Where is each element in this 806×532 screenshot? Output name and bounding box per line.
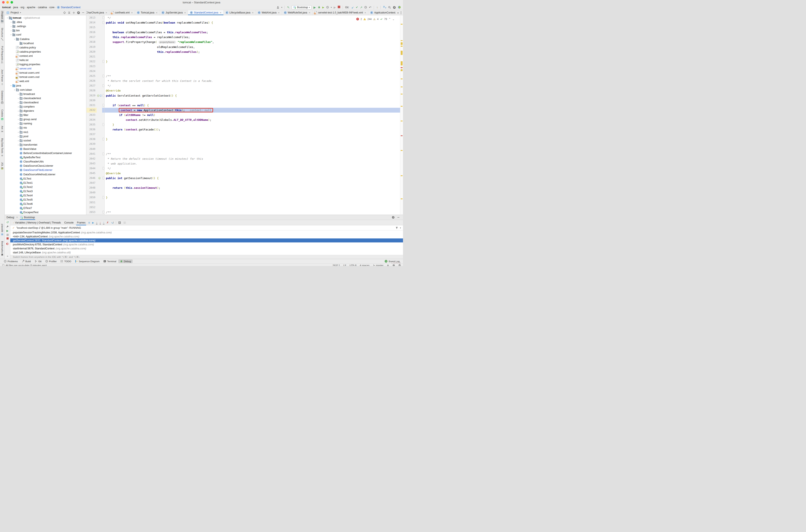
code-line-2615[interactable]: 2615 [87, 25, 403, 30]
code-text[interactable]: context = new ApplicationContext(this); … [105, 108, 403, 113]
tree-item-DataSourceMethodListener[interactable]: CDataSourceMethodListener [5, 172, 86, 176]
line-number[interactable]: 2650 [87, 195, 97, 200]
line-number[interactable]: 2634 [87, 117, 97, 122]
tree-item-.settings[interactable]: ›.settings [5, 24, 86, 28]
breadcrumb-item-apache[interactable]: apache [27, 6, 35, 9]
tree-item-ClassReaderUtils[interactable]: CClassReaderUtils [5, 159, 86, 164]
code-line-2617[interactable]: 2617 this.replaceWelcomeFiles = replaceW… [87, 35, 403, 40]
debug-bug-icon[interactable] [318, 6, 320, 8]
toolwindow-button-TODO[interactable]: TODO [59, 260, 73, 263]
frame-row[interactable]: start:148, LifecycleBase(org.apache.cata… [10, 250, 403, 254]
drop-frame-icon[interactable]: ✗ [107, 221, 109, 224]
git-branch-widget[interactable]: master [373, 264, 383, 266]
tree-arrow-icon[interactable]: › [17, 97, 20, 99]
code-text[interactable] [105, 25, 403, 30]
caret-position[interactable]: 2632:1 [333, 264, 340, 266]
fold-marker-icon[interactable] [102, 84, 104, 87]
tab-WebRuleSet.java[interactable]: CWebRuleSet.java✕ [282, 10, 313, 15]
show-execution-point-icon[interactable]: ▶ [92, 221, 94, 224]
code-text[interactable]: public int getSessionTimeout() { [105, 176, 403, 180]
tree-item-ELTest6[interactable]: C▶ELTest6 [5, 202, 86, 206]
tree-item-catalina.policy[interactable]: catalina.policy [5, 45, 86, 50]
line-number[interactable]: 2617 [87, 35, 97, 40]
locate-icon[interactable] [63, 11, 66, 14]
code-text[interactable] [105, 132, 403, 137]
line-number[interactable]: 2651 [87, 200, 97, 205]
frame-row[interactable]: getServletContext:2632, StandardContext(… [10, 239, 403, 243]
codota-sphere-icon[interactable] [398, 6, 401, 9]
line-number[interactable]: 2642 [87, 156, 97, 161]
tab-close-icon[interactable]: ✕ [156, 12, 157, 14]
code-text[interactable]: /** [105, 74, 403, 78]
code-line-2640[interactable]: 2640 [87, 147, 403, 152]
compare-arrows-icon[interactable]: ↑↓ [376, 6, 378, 9]
code-line-2626[interactable]: 2626 * Return the servlet context for wh… [87, 78, 403, 83]
line-number[interactable]: 2647 [87, 180, 97, 185]
close-icon[interactable]: ✕ [16, 216, 18, 218]
code-text[interactable] [105, 141, 403, 147]
tab-close-icon[interactable]: ✕ [184, 12, 186, 14]
tree-item-Catalina[interactable]: ›Catalina [5, 37, 86, 41]
tree-item-transformlet[interactable]: ›transformlet [5, 143, 86, 147]
code-line-2644[interactable]: 2644 */ [87, 166, 403, 171]
prev-issue-icon[interactable]: ⌃ [389, 17, 391, 21]
code-line-2636[interactable]: 2636 return (context.getFacade()); [87, 127, 403, 132]
project-tree[interactable]: ›tomcat~/gitlab/tomcat›.idea›.settings›b… [5, 15, 86, 214]
toolwindow-button-Project[interactable]: Project [1, 11, 4, 23]
tree-item-ELTest[interactable]: C▶ELTest [5, 176, 86, 181]
toolwindow-button-jclasslib[interactable]: jclasslib [1, 223, 4, 236]
breadcrumb-item-tomcat[interactable]: tomcat [2, 6, 11, 9]
override-up-icon[interactable]: ↑ [97, 94, 99, 97]
tree-item-tomcat[interactable]: ›tomcat~/gitlab/tomcat [5, 16, 86, 20]
breadcrumb-item-catalina[interactable]: catalina [38, 6, 47, 9]
tab-CharChunk.java[interactable]: CharChunk.java✕ [87, 10, 109, 15]
tree-item-naming[interactable]: ›naming [5, 121, 86, 126]
code-text[interactable]: oldReplaceWelcomeFiles, [105, 44, 403, 50]
line-number[interactable]: 2613 [87, 15, 97, 20]
toolwindow-button-Problems[interactable]: Problems [2, 260, 20, 263]
tab-JspServlet.java[interactable]: CJspServlet.java✕ [160, 10, 188, 15]
code-text[interactable]: } [105, 122, 403, 127]
tree-item-ELTest2[interactable]: C▶ELTest2 [5, 185, 86, 189]
settings-icon[interactable] [393, 6, 396, 9]
code-text[interactable]: /** [105, 152, 403, 156]
code-line-2646[interactable]: 2646↑public int getSessionTimeout() { [87, 176, 403, 180]
line-number[interactable]: 2622 [87, 59, 97, 64]
code-text[interactable]: } [105, 59, 403, 64]
code-text[interactable]: context.setAttribute(Globals.ALT_DD_ATTR… [105, 117, 403, 122]
tree-item-ELTest1[interactable]: C▶ELTest1 [5, 181, 86, 185]
line-number[interactable]: 2614 [87, 20, 97, 25]
tree-item-logging.properties[interactable]: logging.properties [5, 62, 86, 66]
code-line-2619[interactable]: 2619 oldReplaceWelcomeFiles, [87, 44, 403, 50]
code-text[interactable]: /** [105, 210, 403, 215]
tree-item-ELTest5[interactable]: C▶ELTest5 [5, 197, 86, 202]
toolwindow-button-Profiler[interactable]: Profiler [43, 260, 58, 263]
line-number[interactable]: 2615 [87, 25, 97, 30]
tab-close-icon[interactable]: ✕ [220, 12, 221, 14]
code-text[interactable]: */ [105, 166, 403, 171]
code-line-2631[interactable]: 2631 if (context == null) { [87, 103, 403, 108]
code-text[interactable]: */ [105, 83, 403, 88]
code-text[interactable]: } [105, 195, 403, 200]
code-text[interactable] [105, 147, 403, 152]
code-line-2648[interactable]: 2648 return (this.sessionTimeout); [87, 185, 403, 190]
debug-session-tab[interactable]: Bootstrap [19, 215, 36, 220]
code-line-2621[interactable]: 2621 [87, 54, 403, 59]
tree-arrow-icon[interactable]: › [10, 21, 13, 23]
more-icon[interactable]: » [7, 255, 8, 258]
code-text[interactable]: @Override [105, 88, 403, 93]
tree-arrow-icon[interactable]: › [10, 34, 13, 36]
gear-icon[interactable] [392, 216, 395, 218]
stop-icon[interactable] [338, 6, 340, 9]
frame-row[interactable]: postWorkDirectory:6755, StandardContext(… [10, 243, 403, 246]
breadcrumb-item-org[interactable]: org [20, 6, 24, 9]
line-number[interactable]: 2648 [87, 185, 97, 190]
toolwindow-button-JOL[interactable]: JOL [1, 161, 4, 171]
toolwindow-button-Ant[interactable]: Ant [1, 125, 4, 134]
fold-marker-icon[interactable] [102, 60, 104, 63]
project-view-selector[interactable]: Project ▾ [6, 11, 21, 14]
frame-row[interactable]: populateSessionTrackingModes:1038, Appli… [10, 230, 403, 234]
tree-item-hello.txt[interactable]: hello.txt [5, 58, 86, 62]
hide-panel-icon[interactable] [397, 216, 400, 218]
tree-item-ELTest4[interactable]: C▶ELTest4 [5, 193, 86, 197]
